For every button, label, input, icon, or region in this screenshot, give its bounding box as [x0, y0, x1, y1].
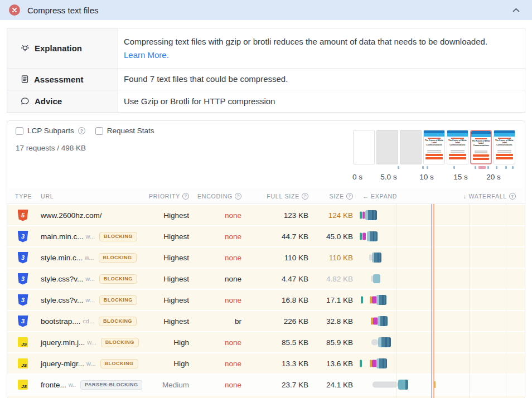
assessment-text: Found 7 text files that could be compres…: [124, 72, 516, 85]
table-row[interactable]: 3bootstrap....cd...BLOCKINGHighestbr226 …: [7, 311, 525, 331]
thumb-text-line: [475, 152, 488, 153]
table-row[interactable]: JSjquery-migr...w...BLOCKINGHighnone13.3…: [7, 353, 525, 373]
size-cell: 85.9 KB: [309, 338, 359, 347]
time-label: 5.0 s: [380, 173, 396, 181]
filmstrip-frame[interactable]: The Future of White Label Communications: [447, 130, 468, 164]
filmstrip-frame[interactable]: [400, 130, 422, 164]
column-header-waterfall[interactable]: ↓ WATERFALL?: [463, 188, 516, 204]
audit-info-card: Explanation Compressing text files with …: [7, 28, 525, 113]
checkbox-box[interactable]: [16, 127, 23, 135]
table-row[interactable]: 3style.min.c...w...BLOCKINGHighestnone11…: [7, 247, 525, 268]
comment-icon: [21, 97, 30, 105]
thumb-text-line: [451, 152, 465, 153]
full-size-cell: 44.7 KB: [245, 232, 309, 241]
column-header-full-size[interactable]: FULL SIZE?: [245, 193, 309, 200]
waterfall-bar: [376, 295, 386, 305]
filmstrip-time-labels: 0 s5.0 s10 s15 s20 s: [353, 173, 518, 183]
full-size-cell: 16.8 KB: [245, 296, 309, 304]
table-row[interactable]: JSPARSER-BLOCKING: [7, 396, 525, 398]
advice-content: Use Gzip or Brotli for HTTP compression: [118, 90, 525, 112]
waterfall-bar: [362, 212, 365, 219]
full-size-help-icon[interactable]: ?: [302, 193, 308, 200]
table-row[interactable]: 3style.css?v...w...BLOCKINGHighestnone16…: [7, 290, 525, 310]
column-header-size[interactable]: SIZE?: [309, 193, 359, 200]
assessment-content: Found 7 text files that could be compres…: [118, 69, 525, 90]
thumb-text-line: [497, 152, 511, 153]
assessment-label: Assessment: [34, 75, 83, 84]
assessment-row: Assessment Found 7 text files that could…: [7, 69, 525, 90]
advice-label: Advice: [35, 96, 62, 106]
thumb-text-line: [497, 150, 511, 151]
type-cell: 3: [7, 252, 38, 264]
size-cell: 24.1 KB: [309, 381, 359, 389]
lightbulb-icon: [21, 44, 30, 53]
render-blocking-badge: BLOCKING: [99, 295, 137, 305]
type-cell: 3: [7, 231, 38, 242]
thumb-title: The Future of White Label Communications: [424, 139, 444, 145]
render-blocking-badge: BLOCKING: [99, 232, 137, 241]
encoding-help-icon[interactable]: ?: [235, 193, 241, 200]
thumb-logo-line: [428, 138, 440, 139]
request-url-truncated: cd...: [83, 318, 94, 324]
expand-button[interactable]: ← EXPAND: [362, 188, 397, 204]
request-rows: 5www.2600hz.com/Highestnone123 KB124 KB3…: [7, 205, 525, 398]
filmstrip-frame[interactable]: The Future of White Label Communications: [423, 130, 445, 164]
mini-waterfall-tick: [453, 166, 455, 169]
request-url-truncated: w...: [86, 360, 96, 367]
url-cell: jquery-migr...w...BLOCKING: [38, 359, 142, 368]
table-row[interactable]: JSfronte...w..PARSER-BLOCKINGMediumnone2…: [7, 375, 525, 395]
full-size-cell: 85.5 KB: [245, 338, 309, 347]
explanation-label: Explanation: [35, 43, 82, 53]
explanation-row: Explanation Compressing text files with …: [7, 28, 525, 69]
waterfall-help-icon[interactable]: ?: [509, 193, 516, 200]
mini-waterfall-tick: [505, 166, 507, 169]
column-header-priority[interactable]: PRIORITY?: [142, 193, 189, 200]
encoding-cell: none: [189, 254, 245, 262]
filmstrip-frame[interactable]: [353, 130, 375, 164]
filmstrip-frame[interactable]: [376, 130, 398, 164]
table-row[interactable]: JSjquery.min.j...w...BLOCKINGHighnone85.…: [7, 332, 525, 352]
requests-panel: LCP Subparts ? Request Stats 17 requests…: [7, 120, 525, 398]
chevron-up-icon[interactable]: [512, 8, 520, 12]
size-help-icon[interactable]: ?: [346, 193, 353, 200]
request-stats-checkbox[interactable]: Request Stats: [95, 127, 154, 135]
encoding-cell: none: [189, 296, 245, 304]
audit-header-bar[interactable]: Compress text files: [0, 0, 532, 20]
table-row[interactable]: 3main.min.c...w...BLOCKINGHighestnone44.…: [7, 226, 525, 246]
filmstrip-frame[interactable]: The Future of White Label Communications: [470, 130, 492, 164]
filmstrip-frame[interactable]: The Future of White Label Communications: [494, 130, 515, 164]
request-url: fronte...: [41, 381, 66, 389]
lcp-help-icon[interactable]: ?: [78, 127, 85, 134]
mini-waterfall-tick: [487, 166, 489, 169]
waterfall-bar: [373, 318, 378, 325]
type-cell: JS: [7, 337, 38, 347]
table-row[interactable]: 3style.css?v...w...BLOCKINGHighestnone4.…: [7, 269, 525, 289]
priority-help-icon[interactable]: ?: [182, 193, 189, 200]
size-cell: 4.82 KB: [309, 275, 359, 283]
table-row[interactable]: 5www.2600hz.com/Highestnone123 KB124 KB: [7, 205, 525, 225]
request-table-header: TYPE URL PRIORITY? ENCODING? FULL SIZE? …: [7, 188, 525, 204]
column-header-url: URL: [38, 193, 142, 200]
waterfall-bar: [373, 382, 398, 388]
lcp-subparts-checkbox[interactable]: LCP Subparts ?: [16, 127, 85, 135]
thumb-logo-line: [451, 138, 463, 139]
request-stats-label: Request Stats: [107, 127, 154, 135]
thumb-nav-band: [447, 133, 468, 137]
css-file-icon: 3: [18, 294, 28, 306]
thumb-cta-bar: [425, 154, 443, 156]
url-cell: style.min.c...w...BLOCKING: [38, 253, 142, 263]
mini-waterfall-tick: [422, 166, 424, 169]
mini-waterfall-tick: [512, 166, 514, 169]
waterfall-bar: [372, 253, 381, 263]
waterfall-bar: [371, 339, 378, 346]
learn-more-link[interactable]: Learn More.: [124, 48, 169, 61]
thumb-title: The Future of White Label Communications: [494, 139, 514, 145]
thumb-text-line: [475, 151, 488, 152]
render-blocking-badge: BLOCKING: [100, 359, 138, 368]
mini-waterfall-tick: [496, 166, 497, 169]
js-file-icon: JS: [18, 337, 28, 347]
checkbox-box[interactable]: [95, 127, 103, 135]
column-header-encoding[interactable]: ENCODING?: [189, 193, 245, 200]
url-cell: style.css?v...w...BLOCKING: [38, 295, 142, 305]
full-size-cell: 13.3 KB: [245, 360, 309, 368]
